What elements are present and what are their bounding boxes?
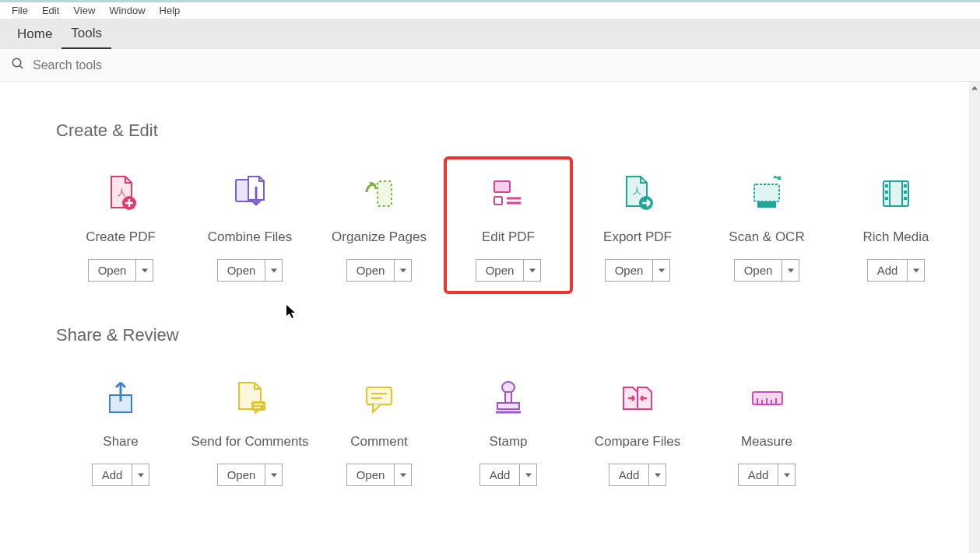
button-group: Open [734, 259, 800, 282]
dropdown-button[interactable] [523, 260, 540, 281]
tool-label: Compare Files [595, 434, 681, 450]
tool-compare-files[interactable]: Compare Files Add [573, 369, 702, 494]
dropdown-button[interactable] [648, 464, 666, 485]
tool-rich-media[interactable]: Rich Media Add [831, 164, 961, 294]
tool-create-pdf[interactable]: 人 Create PDF Open [56, 164, 185, 294]
svg-text:人: 人 [633, 186, 641, 195]
add-button[interactable]: Add [739, 464, 778, 485]
tool-label: Scan & OCR [729, 229, 804, 245]
svg-rect-13 [757, 201, 776, 208]
open-button[interactable]: Open [476, 260, 524, 281]
measure-icon [745, 376, 789, 420]
tool-stamp[interactable]: Stamp Add [444, 369, 573, 494]
button-group: Add [867, 259, 926, 282]
open-button[interactable]: Open [347, 260, 395, 281]
tool-share[interactable]: Share Add [56, 369, 185, 494]
tool-label: Combine Files [208, 229, 293, 245]
menu-help[interactable]: Help [153, 3, 188, 18]
menu-file[interactable]: File [5, 3, 35, 18]
comment-icon [357, 376, 401, 420]
svg-rect-32 [497, 403, 519, 409]
svg-rect-19 [885, 197, 888, 200]
open-button[interactable]: Open [347, 464, 395, 485]
tool-measure[interactable]: Measure Add [702, 369, 831, 494]
share-icon [99, 376, 142, 420]
tool-label: Rich Media [862, 229, 929, 245]
dropdown-button[interactable] [132, 464, 149, 485]
svg-rect-24 [251, 401, 265, 411]
open-button[interactable]: Open [218, 260, 265, 281]
add-button[interactable]: Add [93, 464, 132, 485]
dropdown-button[interactable] [782, 260, 799, 281]
tool-label: Stamp [489, 434, 527, 450]
svg-rect-20 [904, 184, 907, 187]
tool-export-pdf[interactable]: 人 Export PDF Open [573, 164, 702, 294]
dropdown-button[interactable] [265, 464, 282, 485]
svg-line-1 [19, 65, 23, 68]
svg-rect-27 [367, 387, 392, 404]
button-group: Open [217, 259, 283, 282]
dropdown-button[interactable] [907, 260, 924, 281]
add-button[interactable]: Add [480, 464, 520, 485]
rich-media-icon [874, 172, 918, 215]
scroll-up-button[interactable] [969, 82, 980, 94]
dropdown-button[interactable] [394, 260, 411, 281]
export-pdf-icon: 人 [616, 172, 659, 215]
svg-rect-17 [885, 184, 888, 187]
tguool-label: Send for Comments [191, 434, 308, 450]
edit-pdf-icon [486, 172, 530, 215]
add-button[interactable]: Add [868, 260, 908, 281]
section-share-review-title: Share & Review [56, 325, 969, 345]
tab-tools[interactable]: Tools [61, 19, 111, 49]
button-group: Add [92, 464, 150, 486]
svg-rect-7 [494, 197, 502, 205]
dropdown-button[interactable] [135, 260, 153, 281]
tool-label: Edit PDF [482, 229, 535, 245]
open-button[interactable]: Open [606, 260, 653, 281]
row-share-review: Share Add Send for Comments Open [56, 369, 969, 494]
dropdown-button[interactable] [394, 464, 411, 485]
svg-rect-6 [494, 181, 510, 192]
add-button[interactable]: Add [609, 464, 649, 485]
svg-rect-22 [904, 197, 907, 200]
tool-label: Create PDF [86, 229, 156, 245]
tab-home[interactable]: Home [8, 19, 61, 49]
tool-label: Export PDF [603, 229, 672, 245]
button-group: Open [346, 259, 413, 282]
row-create-edit: 人 Create PDF Open Combine F [56, 164, 969, 294]
menu-view[interactable]: View [66, 3, 102, 18]
button-group: Open [346, 464, 413, 486]
button-group: Add [738, 464, 796, 486]
tool-scan-ocr[interactable]: Scan & OCR Open [702, 164, 831, 294]
tool-combine-files[interactable]: Combine Files Open [185, 164, 314, 294]
tool-label: Measure [741, 434, 792, 450]
open-button[interactable]: Open [218, 464, 265, 485]
dropdown-button[interactable] [519, 464, 536, 485]
stamp-icon [486, 376, 530, 420]
dropdown-button[interactable] [778, 464, 795, 485]
button-group: Open [605, 259, 671, 282]
menu-window[interactable]: Window [102, 3, 152, 18]
open-button[interactable]: Open [735, 260, 782, 281]
svg-point-0 [12, 58, 21, 67]
tool-organize-pages[interactable]: Organize Pages Open [314, 164, 444, 294]
tool-send-for-comments[interactable]: Send for Comments Open [185, 369, 314, 494]
dropdown-button[interactable] [652, 260, 669, 281]
svg-point-30 [502, 382, 515, 393]
button-group: Open [217, 464, 283, 486]
tool-label: Comment [350, 434, 408, 450]
search-icon [11, 57, 25, 73]
svg-rect-12 [754, 184, 779, 201]
dropdown-button[interactable] [265, 260, 282, 281]
svg-rect-31 [505, 392, 511, 403]
button-group: Add [479, 464, 538, 486]
tool-label: Organize Pages [332, 229, 427, 245]
open-button[interactable]: Open [89, 260, 136, 281]
tabbar: Home Tools [0, 19, 980, 49]
menu-edit[interactable]: Edit [35, 3, 66, 18]
tool-edit-pdf[interactable]: Edit PDF Open [444, 156, 573, 294]
search-input[interactable] [33, 58, 266, 72]
scrollbar[interactable] [969, 82, 980, 553]
tool-comment[interactable]: Comment Open [314, 369, 444, 494]
button-group: Open [476, 259, 542, 282]
